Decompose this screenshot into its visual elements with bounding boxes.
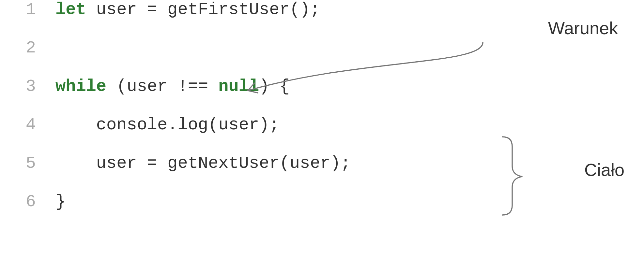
- line-number-6: 6: [13, 192, 36, 211]
- code-line-2: 2: [0, 38, 644, 77]
- line-number-2: 2: [13, 38, 36, 58]
- code-content-3: while (user !== null) {: [55, 77, 290, 96]
- code-content-1: let user = getFirstUser();: [55, 0, 320, 19]
- annotation-cialo: Ciało: [584, 160, 624, 180]
- code-line-4: 4 console.log(user);: [0, 115, 644, 154]
- keyword-let: let: [55, 0, 86, 19]
- line-number-4: 4: [13, 115, 36, 135]
- line-number-5: 5: [13, 154, 36, 173]
- code-line-3: 3 while (user !== null) {: [0, 77, 644, 115]
- code-content-4: console.log(user);: [55, 115, 280, 135]
- code-content-5: user = getNextUser(user);: [55, 154, 351, 173]
- code-line-5: 5 user = getNextUser(user);: [0, 154, 644, 192]
- code-content-6: }: [55, 192, 66, 211]
- keyword-while: while: [55, 77, 106, 96]
- annotation-warunek: Warunek: [548, 18, 618, 38]
- keyword-null: null: [218, 77, 259, 96]
- line-number-3: 3: [13, 77, 36, 96]
- code-line-6: 6 }: [0, 192, 644, 231]
- code-line-1: 1 let user = getFirstUser();: [0, 0, 644, 38]
- code-container: 1 let user = getFirstUser(); 2 3 while (…: [0, 0, 644, 258]
- line-number-1: 1: [13, 0, 36, 19]
